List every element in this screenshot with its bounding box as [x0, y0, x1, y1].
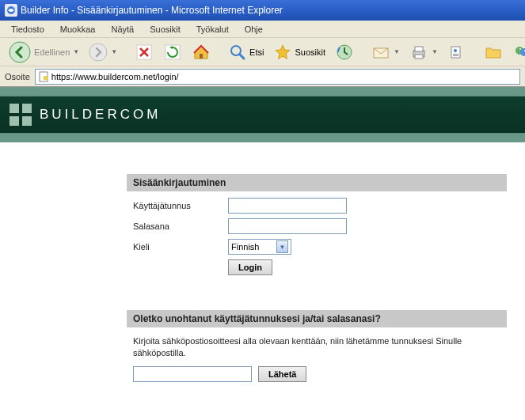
refresh-icon: [163, 43, 182, 62]
search-button[interactable]: Etsi: [225, 41, 267, 63]
menu-favorites[interactable]: Suosikit: [143, 23, 187, 36]
messenger-button[interactable]: [509, 41, 525, 63]
svg-rect-5: [200, 54, 203, 59]
search-icon: [228, 43, 247, 62]
menu-edit[interactable]: Muokkaa: [54, 23, 102, 36]
addressbar: Osoite https://www.buildercom.net/login/: [0, 66, 525, 87]
search-label: Etsi: [249, 47, 264, 57]
toolbar: Edellinen ▼ ▼ Etsi Suosikit: [0, 38, 525, 66]
forgot-text: Kirjoita sähköpostiosoitteesi alla oleva…: [133, 334, 500, 366]
language-label: Kieli: [133, 242, 228, 252]
forgot-email-input[interactable]: [133, 366, 252, 382]
mail-button[interactable]: ▼: [368, 41, 403, 63]
svg-point-18: [519, 48, 521, 50]
stop-button[interactable]: [131, 41, 157, 63]
refresh-button[interactable]: [160, 41, 185, 63]
address-label: Osoite: [5, 72, 30, 81]
back-label: Edellinen: [34, 47, 70, 57]
star-icon: [273, 43, 292, 62]
chevron-down-icon: ▼: [432, 48, 438, 55]
home-button[interactable]: [188, 41, 214, 63]
chevron-down-icon: ▼: [111, 48, 117, 55]
password-input[interactable]: [228, 218, 347, 234]
forgot-panel: Oletko unohtanut käyttäjätunnuksesi ja/t…: [127, 310, 507, 388]
language-value: Finnish: [231, 242, 259, 252]
svg-point-1: [10, 42, 30, 62]
language-select[interactable]: Finnish ▼: [228, 239, 291, 255]
chevron-down-icon: ▼: [73, 48, 79, 55]
svg-rect-11: [415, 55, 423, 59]
favorites-label: Suosikit: [295, 47, 325, 57]
back-icon: [8, 40, 32, 64]
ie-app-icon: [5, 4, 17, 17]
password-label: Salasana: [133, 221, 228, 231]
svg-point-13: [454, 49, 457, 52]
page-content: BUILDERCOM Sisäänkirjautuminen Käyttäjät…: [0, 87, 525, 420]
menu-help[interactable]: Ohje: [238, 23, 269, 36]
forgot-title: Oletko unohtanut käyttäjätunnuksesi ja/t…: [127, 310, 507, 327]
svg-point-2: [89, 44, 107, 61]
menubar: Tiedosto Muokkaa Näytä Suosikit Työkalut…: [0, 21, 525, 38]
chevron-down-icon: ▼: [276, 240, 288, 253]
forgot-submit-button[interactable]: Lähetä: [258, 366, 306, 382]
username-input[interactable]: [228, 198, 347, 214]
address-input[interactable]: https://www.buildercom.net/login/: [35, 69, 520, 85]
svg-rect-21: [44, 76, 48, 80]
home-icon: [192, 43, 211, 62]
menu-view[interactable]: Näytä: [105, 23, 140, 36]
print-icon: [409, 43, 428, 62]
history-button[interactable]: [332, 41, 357, 63]
folder-button[interactable]: [481, 41, 506, 63]
stop-icon: [135, 43, 154, 62]
favorites-button[interactable]: Suosikit: [270, 41, 329, 63]
username-label: Käyttäjätunnus: [133, 201, 228, 210]
back-button[interactable]: Edellinen ▼: [5, 39, 82, 66]
window-titlebar: Builder Info - Sisäänkirjautuminen - Mic…: [0, 0, 525, 21]
brand-header: BUILDERCOM: [0, 87, 525, 142]
svg-rect-15: [453, 55, 458, 56]
menu-file[interactable]: Tiedosto: [5, 23, 51, 36]
chevron-down-icon: ▼: [394, 48, 400, 55]
brand-name: BUILDERCOM: [40, 107, 161, 123]
svg-rect-14: [453, 54, 458, 55]
edit-icon: [447, 43, 466, 62]
window-title: Builder Info - Sisäänkirjautuminen - Mic…: [21, 5, 283, 16]
messenger-icon: [512, 43, 525, 62]
address-url: https://www.buildercom.net/login/: [51, 72, 179, 81]
mail-icon: [371, 43, 390, 62]
login-title: Sisäänkirjautuminen: [127, 174, 507, 191]
edit-button[interactable]: [444, 41, 470, 63]
brand-logo-icon: [10, 104, 32, 126]
history-icon: [335, 43, 354, 62]
menu-tools[interactable]: Työkalut: [190, 23, 235, 36]
login-button[interactable]: Login: [228, 259, 272, 275]
folder-icon: [484, 43, 503, 62]
svg-rect-10: [415, 47, 423, 51]
print-button[interactable]: ▼: [406, 41, 441, 63]
page-icon: [38, 71, 49, 82]
forward-icon: [89, 43, 108, 62]
login-panel: Sisäänkirjautuminen Käyttäjätunnus Salas…: [127, 174, 507, 286]
forward-button[interactable]: ▼: [86, 41, 120, 63]
